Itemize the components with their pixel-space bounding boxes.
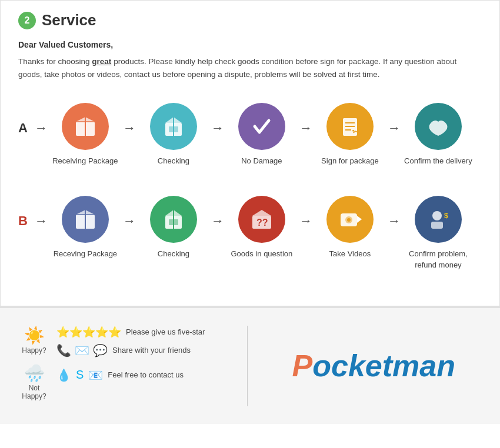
arrow-b4: → — [388, 213, 401, 229]
arrow-a2: → — [211, 121, 224, 136]
flow-item-a5: Confirm the delivery — [403, 103, 474, 166]
label-a3: No Damage — [241, 156, 282, 166]
top-section: 2 Service Dear Valued Customers, Thanks … — [0, 0, 500, 306]
happy-label: Happy? — [18, 346, 51, 355]
circle-a5 — [415, 103, 462, 150]
svg-rect-7 — [169, 126, 178, 132]
arrow-b0: → — [35, 213, 48, 229]
label-a5: Confirm the delivery — [404, 156, 472, 166]
flow-item-a3: No Damage — [226, 103, 297, 166]
skype-icon: S — [76, 368, 84, 382]
arrow-b1: → — [123, 213, 136, 229]
svg-rect-19 — [169, 219, 178, 225]
circle-b2 — [150, 196, 197, 243]
circle-a2 — [150, 103, 197, 150]
circle-b5: $ — [415, 196, 462, 243]
flow-item-a4: Sign for package — [315, 103, 385, 166]
svg-point-27 — [432, 211, 442, 220]
not-happy-label: Not Happy? — [18, 384, 51, 400]
row-b-label: B — [18, 213, 28, 229]
service-header: 2 Service — [18, 11, 482, 29]
svg-text:??: ?? — [256, 218, 268, 228]
row1-text: Please give us five-star — [126, 327, 205, 336]
desc-great: great — [92, 57, 111, 66]
label-b1: Receving Package — [54, 249, 117, 259]
row2-text: Share with your friends — [112, 346, 191, 355]
flow-item-b5: $ Confirm problem, refund money — [403, 196, 474, 270]
arrow-b2: → — [211, 213, 224, 229]
label-b5: Confirm problem, refund money — [409, 249, 468, 270]
service-title: Service — [42, 11, 96, 29]
svg-marker-26 — [357, 216, 362, 223]
row3-text: Feel free to contact us — [108, 370, 184, 379]
svg-rect-28 — [431, 222, 443, 229]
label-b3: Goods in question — [231, 249, 292, 259]
svg-point-25 — [347, 218, 351, 222]
chat-share-icon: 💬 — [93, 343, 108, 357]
dear-text: Dear Valued Customers, — [18, 40, 482, 49]
flow-row-b: B → Receving Package → — [18, 190, 482, 276]
circle-b4 — [326, 196, 374, 243]
arrow-a0: → — [35, 121, 48, 136]
arrow-a3: → — [299, 121, 312, 136]
flow-item-b2: Checking — [138, 196, 209, 259]
left-feedback: ☀️ Happy? ⭐⭐⭐⭐⭐ Please give us five-star… — [18, 326, 248, 406]
stars-icon: ⭐⭐⭐⭐⭐ — [56, 326, 121, 339]
arrow-a4: → — [388, 121, 401, 136]
flow-item-b4: Take Videos — [315, 196, 385, 259]
right-logo: Pocketman — [248, 326, 483, 406]
arrow-a1: → — [123, 121, 136, 136]
label-a2: Checking — [158, 156, 189, 166]
circle-a4 — [326, 103, 374, 150]
droplet-icon: 💧 — [56, 368, 71, 382]
flow-item-a1: Receiving Package — [50, 103, 121, 166]
svg-marker-21 — [252, 210, 271, 216]
email-share-icon: ✉️ — [75, 343, 89, 357]
label-a1: Receiving Package — [52, 156, 118, 166]
mail-icon: 📧 — [88, 368, 103, 382]
flow-item-a2: Checking — [138, 103, 209, 166]
pocketman-logo: Pocketman — [292, 348, 455, 383]
flow-item-b3: ?? Goods in question — [226, 196, 297, 259]
circle-b1 — [62, 196, 109, 243]
phone-share-icon: 📞 — [56, 343, 71, 357]
label-b4: Take Videos — [329, 249, 371, 259]
logo-p: P — [292, 349, 313, 383]
svg-text:$: $ — [444, 212, 448, 220]
sun-icon: ☀️ — [18, 326, 51, 345]
rain-icon: 🌧️ — [18, 363, 51, 383]
step-badge: 2 — [18, 12, 36, 29]
circle-a1 — [62, 103, 109, 150]
label-b2: Checking — [158, 249, 189, 259]
flow-row-a: A → Receiving Package → — [18, 97, 482, 172]
flow-item-b1: Receving Package — [50, 196, 121, 259]
circle-b3: ?? — [238, 196, 285, 243]
logo-rest: ocketman — [312, 349, 455, 383]
label-a4: Sign for package — [321, 156, 379, 166]
bottom-section: ☀️ Happy? ⭐⭐⭐⭐⭐ Please give us five-star… — [0, 306, 500, 424]
desc-text: Thanks for choosing great products. Plea… — [18, 55, 482, 81]
arrow-b3: → — [299, 213, 312, 229]
row-a-label: A — [18, 121, 28, 136]
circle-a3 — [238, 103, 285, 150]
